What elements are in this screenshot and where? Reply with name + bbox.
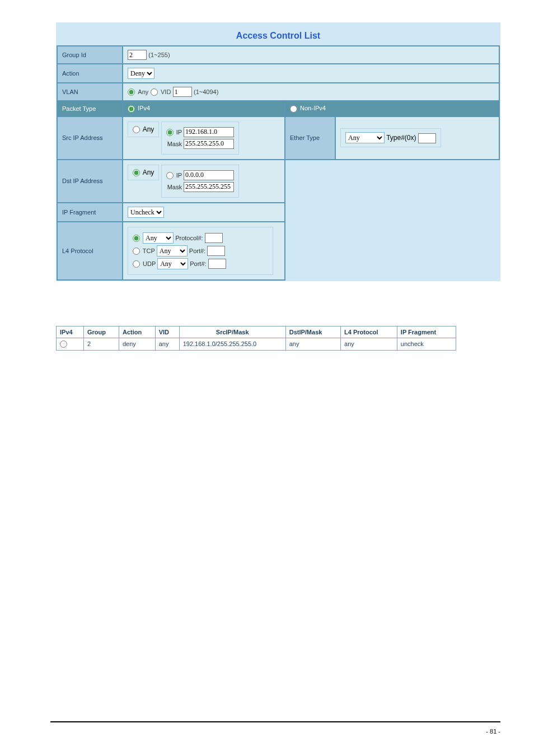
acl-panel: Access Control List Group Id (1~255) Act… [56, 22, 500, 281]
vlan-vid-label: VID [161, 88, 171, 95]
col-srcip: SrcIP/Mask [179, 326, 285, 338]
ipfrag-select[interactable]: Uncheck [128, 207, 164, 218]
result-dst: any [285, 338, 340, 351]
srcip-mask-label: Mask [167, 140, 182, 147]
group-id-label: Group Id [57, 46, 123, 64]
l4-tcp-label: TCP [143, 248, 155, 254]
l4-any-radio[interactable] [133, 235, 140, 242]
col-ipv4: IPv4 [57, 326, 84, 338]
result-vid: any [155, 338, 179, 351]
acl-form-table: Group Id (1~255) Action Deny VLAN [57, 45, 500, 281]
result-l4: any [341, 338, 397, 351]
srcip-any-radio[interactable] [133, 126, 140, 133]
action-select[interactable]: Deny [128, 68, 154, 79]
non-ipv4-radio[interactable] [290, 105, 297, 113]
ipv4-radio[interactable] [128, 105, 135, 113]
srcip-any-label: Any [143, 125, 154, 133]
col-l4: L4 Protocol [341, 326, 397, 338]
non-ipv4-label: Non-IPv4 [300, 105, 326, 111]
group-id-hint: (1~255) [148, 52, 170, 58]
result-row-radio[interactable] [60, 340, 67, 348]
col-group: Group [83, 326, 119, 338]
result-src: 192.168.1.0/255.255.255.0 [179, 338, 285, 351]
ether-type-input[interactable] [418, 133, 436, 143]
result-group: 2 [83, 338, 119, 351]
l4-udp-port-input[interactable] [208, 259, 226, 269]
srcip-ether-row: Src IP Address Any IP Mask [57, 116, 499, 160]
l4-udp-port-label: Port#: [190, 260, 206, 267]
vlan-label: VLAN [57, 83, 123, 101]
srcip-mask-input[interactable] [184, 139, 234, 149]
result-section: IPv4 Group Action VID SrcIP/Mask DstIP/M… [56, 326, 500, 351]
l4-tcp-radio[interactable] [133, 248, 140, 255]
col-ipfrag: IP Fragment [397, 326, 456, 338]
l4-tcp-port-input[interactable] [207, 246, 225, 256]
dstip-mask-label: Mask [167, 183, 182, 190]
footer-rule [50, 721, 500, 722]
result-action: deny [119, 338, 155, 351]
ipv4-label: IPv4 [138, 105, 150, 111]
result-table: IPv4 Group Action VID SrcIP/Mask DstIP/M… [56, 326, 456, 351]
page-title: Access Control List [57, 23, 500, 45]
l4-udp-select[interactable]: Any [157, 258, 188, 269]
page-number: - 81 - [486, 728, 500, 735]
srcip-ip-radio[interactable] [166, 129, 174, 136]
packet-type-row: Packet Type IPv4 Non-IPv4 [57, 101, 499, 116]
vlan-any-label: Any [138, 88, 148, 95]
ether-type-label: Ether Type [285, 116, 335, 160]
l4-tcp-select[interactable]: Any [157, 245, 188, 256]
l4-tcp-port-label: Port#: [189, 248, 205, 254]
result-frag: uncheck [397, 338, 456, 351]
l4-proto-input[interactable] [205, 233, 223, 243]
col-dstip: DstIP/Mask [285, 326, 340, 338]
col-vid: VID [155, 326, 179, 338]
l4-label: L4 Protocol [57, 222, 123, 280]
srcip-ip-label: IP [176, 128, 182, 135]
vlan-hint: (1~4094) [194, 88, 218, 95]
group-id-row: Group Id (1~255) [57, 46, 499, 64]
vlan-row: VLAN Any VID (1~4094) [57, 83, 499, 101]
vlan-any-radio[interactable] [128, 88, 135, 96]
ether-type-text: Type#(0x) [386, 134, 416, 142]
packet-type-label: Packet Type [57, 101, 123, 116]
dstip-ip-input[interactable] [184, 170, 234, 180]
result-row: 2 deny any 192.168.1.0/255.255.255.0 any… [57, 338, 456, 351]
ipfrag-row: IP Fragment Uncheck [57, 203, 499, 222]
ether-type-select[interactable]: Any [345, 132, 385, 143]
result-header-row: IPv4 Group Action VID SrcIP/Mask DstIP/M… [57, 326, 456, 338]
srcip-label: Src IP Address [57, 116, 123, 160]
l4-udp-radio[interactable] [133, 260, 140, 268]
dstip-mask-input[interactable] [184, 182, 234, 192]
ipfrag-label: IP Fragment [57, 203, 123, 222]
dstip-ip-label: IP [176, 171, 182, 178]
srcip-ip-input[interactable] [184, 127, 234, 137]
l4-any-select[interactable]: Any [143, 232, 174, 244]
dstip-any-radio[interactable] [133, 169, 140, 176]
vlan-vid-input[interactable] [173, 87, 192, 97]
vlan-vid-radio[interactable] [151, 88, 158, 96]
dstip-ip-radio[interactable] [166, 172, 174, 179]
dstip-any-label: Any [143, 169, 154, 176]
group-id-input[interactable] [128, 50, 147, 60]
action-row: Action Deny [57, 64, 499, 83]
dstip-label: Dst IP Address [57, 160, 123, 203]
col-action: Action [119, 326, 155, 338]
l4-udp-label: UDP [143, 260, 156, 267]
l4-proto-label: Protocol#: [175, 235, 203, 241]
dstip-row: Dst IP Address Any IP Mask [57, 160, 499, 203]
l4-row: L4 Protocol Any Protocol#: [57, 222, 499, 280]
action-label: Action [57, 64, 123, 83]
